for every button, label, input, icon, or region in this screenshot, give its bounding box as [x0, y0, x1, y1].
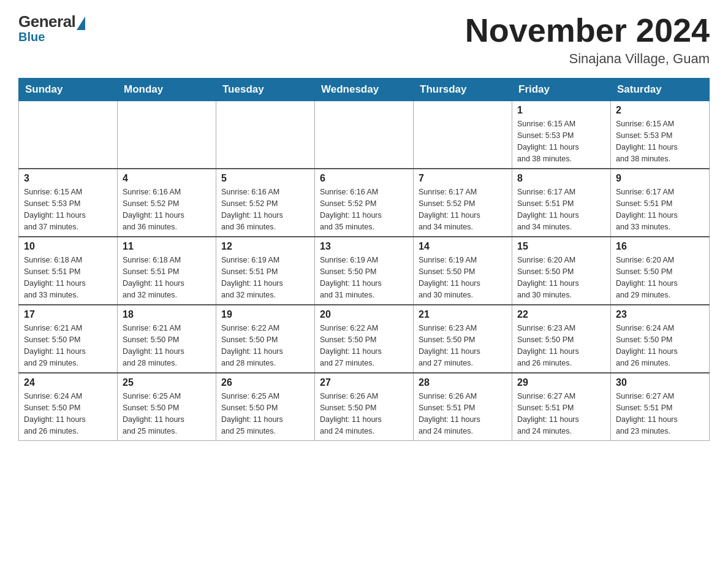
calendar-day-header: Tuesday [216, 79, 315, 101]
calendar-cell: 12Sunrise: 6:19 AMSunset: 5:51 PMDayligh… [216, 237, 315, 305]
day-info: Sunrise: 6:15 AMSunset: 5:53 PMDaylight:… [24, 186, 112, 232]
day-number: 6 [320, 173, 408, 184]
calendar-cell: 25Sunrise: 6:25 AMSunset: 5:50 PMDayligh… [118, 373, 216, 441]
day-number: 29 [517, 377, 605, 388]
day-info: Sunrise: 6:18 AMSunset: 5:51 PMDaylight:… [123, 255, 211, 301]
day-info: Sunrise: 6:16 AMSunset: 5:52 PMDaylight:… [320, 186, 408, 232]
day-number: 13 [320, 241, 408, 252]
day-number: 19 [221, 309, 309, 320]
day-info: Sunrise: 6:19 AMSunset: 5:50 PMDaylight:… [320, 255, 408, 301]
day-info: Sunrise: 6:25 AMSunset: 5:50 PMDaylight:… [221, 391, 309, 437]
calendar-cell: 7Sunrise: 6:17 AMSunset: 5:52 PMDaylight… [414, 169, 512, 237]
calendar-day-header: Monday [118, 79, 216, 101]
day-number: 15 [517, 241, 605, 252]
day-number: 21 [419, 309, 507, 320]
calendar-cell: 29Sunrise: 6:27 AMSunset: 5:51 PMDayligh… [512, 373, 611, 441]
calendar-cell: 18Sunrise: 6:21 AMSunset: 5:50 PMDayligh… [118, 305, 216, 373]
day-number: 7 [419, 173, 507, 184]
logo-triangle-icon [77, 17, 85, 30]
day-number: 23 [616, 309, 704, 320]
calendar-cell: 19Sunrise: 6:22 AMSunset: 5:50 PMDayligh… [216, 305, 315, 373]
day-info: Sunrise: 6:27 AMSunset: 5:51 PMDaylight:… [517, 391, 605, 437]
day-info: Sunrise: 6:17 AMSunset: 5:51 PMDaylight:… [517, 186, 605, 232]
calendar-day-header: Saturday [611, 79, 710, 101]
day-info: Sunrise: 6:26 AMSunset: 5:50 PMDaylight:… [320, 391, 408, 437]
calendar-cell: 13Sunrise: 6:19 AMSunset: 5:50 PMDayligh… [315, 237, 414, 305]
day-number: 16 [616, 241, 704, 252]
day-number: 20 [320, 309, 408, 320]
title-section: November 2024 Sinajana Village, Guam [465, 12, 710, 67]
calendar-cell [216, 101, 315, 169]
logo: General Blue [18, 12, 85, 44]
day-info: Sunrise: 6:22 AMSunset: 5:50 PMDaylight:… [320, 323, 408, 369]
calendar-day-header: Friday [512, 79, 611, 101]
day-info: Sunrise: 6:24 AMSunset: 5:50 PMDaylight:… [616, 323, 704, 369]
day-info: Sunrise: 6:15 AMSunset: 5:53 PMDaylight:… [517, 118, 605, 164]
day-info: Sunrise: 6:20 AMSunset: 5:50 PMDaylight:… [517, 255, 605, 301]
logo-blue-text: Blue [18, 30, 45, 44]
week-row: 1Sunrise: 6:15 AMSunset: 5:53 PMDaylight… [19, 101, 710, 169]
day-info: Sunrise: 6:15 AMSunset: 5:53 PMDaylight:… [616, 118, 704, 164]
calendar-cell: 14Sunrise: 6:19 AMSunset: 5:50 PMDayligh… [414, 237, 512, 305]
calendar-cell: 4Sunrise: 6:16 AMSunset: 5:52 PMDaylight… [118, 169, 216, 237]
day-number: 10 [24, 241, 112, 252]
month-title: November 2024 [465, 12, 710, 48]
week-row: 10Sunrise: 6:18 AMSunset: 5:51 PMDayligh… [19, 237, 710, 305]
logo-general-text: General [18, 12, 75, 31]
week-row: 17Sunrise: 6:21 AMSunset: 5:50 PMDayligh… [19, 305, 710, 373]
location-title: Sinajana Village, Guam [465, 51, 710, 67]
day-info: Sunrise: 6:22 AMSunset: 5:50 PMDaylight:… [221, 323, 309, 369]
calendar-cell [118, 101, 216, 169]
day-number: 22 [517, 309, 605, 320]
day-info: Sunrise: 6:17 AMSunset: 5:51 PMDaylight:… [616, 186, 704, 232]
calendar-day-header: Sunday [19, 79, 118, 101]
calendar-cell: 2Sunrise: 6:15 AMSunset: 5:53 PMDaylight… [611, 101, 710, 169]
day-number: 3 [24, 173, 112, 184]
week-row: 24Sunrise: 6:24 AMSunset: 5:50 PMDayligh… [19, 373, 710, 441]
day-info: Sunrise: 6:21 AMSunset: 5:50 PMDaylight:… [123, 323, 211, 369]
calendar-header-row: SundayMondayTuesdayWednesdayThursdayFrid… [19, 79, 710, 101]
day-number: 8 [517, 173, 605, 184]
day-number: 1 [517, 105, 605, 116]
calendar-cell: 10Sunrise: 6:18 AMSunset: 5:51 PMDayligh… [19, 237, 118, 305]
day-info: Sunrise: 6:19 AMSunset: 5:51 PMDaylight:… [221, 255, 309, 301]
day-number: 27 [320, 377, 408, 388]
day-info: Sunrise: 6:25 AMSunset: 5:50 PMDaylight:… [123, 391, 211, 437]
page-header: General Blue November 2024 Sinajana Vill… [18, 12, 710, 67]
day-number: 12 [221, 241, 309, 252]
week-row: 3Sunrise: 6:15 AMSunset: 5:53 PMDaylight… [19, 169, 710, 237]
calendar-cell: 8Sunrise: 6:17 AMSunset: 5:51 PMDaylight… [512, 169, 611, 237]
day-number: 9 [616, 173, 704, 184]
day-info: Sunrise: 6:27 AMSunset: 5:51 PMDaylight:… [616, 391, 704, 437]
day-number: 5 [221, 173, 309, 184]
calendar-cell: 6Sunrise: 6:16 AMSunset: 5:52 PMDaylight… [315, 169, 414, 237]
day-info: Sunrise: 6:18 AMSunset: 5:51 PMDaylight:… [24, 255, 112, 301]
day-number: 17 [24, 309, 112, 320]
calendar-cell [19, 101, 118, 169]
day-number: 14 [419, 241, 507, 252]
day-info: Sunrise: 6:17 AMSunset: 5:52 PMDaylight:… [419, 186, 507, 232]
day-number: 4 [123, 173, 211, 184]
calendar-cell: 9Sunrise: 6:17 AMSunset: 5:51 PMDaylight… [611, 169, 710, 237]
day-number: 11 [123, 241, 211, 252]
day-info: Sunrise: 6:23 AMSunset: 5:50 PMDaylight:… [517, 323, 605, 369]
day-info: Sunrise: 6:16 AMSunset: 5:52 PMDaylight:… [221, 186, 309, 232]
calendar-cell: 22Sunrise: 6:23 AMSunset: 5:50 PMDayligh… [512, 305, 611, 373]
calendar-cell: 17Sunrise: 6:21 AMSunset: 5:50 PMDayligh… [19, 305, 118, 373]
calendar-cell: 23Sunrise: 6:24 AMSunset: 5:50 PMDayligh… [611, 305, 710, 373]
day-number: 28 [419, 377, 507, 388]
calendar-day-header: Wednesday [315, 79, 414, 101]
calendar-cell: 27Sunrise: 6:26 AMSunset: 5:50 PMDayligh… [315, 373, 414, 441]
calendar-cell: 20Sunrise: 6:22 AMSunset: 5:50 PMDayligh… [315, 305, 414, 373]
day-number: 24 [24, 377, 112, 388]
calendar-cell: 11Sunrise: 6:18 AMSunset: 5:51 PMDayligh… [118, 237, 216, 305]
calendar-cell: 24Sunrise: 6:24 AMSunset: 5:50 PMDayligh… [19, 373, 118, 441]
calendar-cell: 15Sunrise: 6:20 AMSunset: 5:50 PMDayligh… [512, 237, 611, 305]
calendar-table: SundayMondayTuesdayWednesdayThursdayFrid… [18, 78, 710, 441]
day-number: 18 [123, 309, 211, 320]
day-info: Sunrise: 6:21 AMSunset: 5:50 PMDaylight:… [24, 323, 112, 369]
calendar-cell: 21Sunrise: 6:23 AMSunset: 5:50 PMDayligh… [414, 305, 512, 373]
calendar-cell [315, 101, 414, 169]
day-info: Sunrise: 6:19 AMSunset: 5:50 PMDaylight:… [419, 255, 507, 301]
calendar-cell: 1Sunrise: 6:15 AMSunset: 5:53 PMDaylight… [512, 101, 611, 169]
